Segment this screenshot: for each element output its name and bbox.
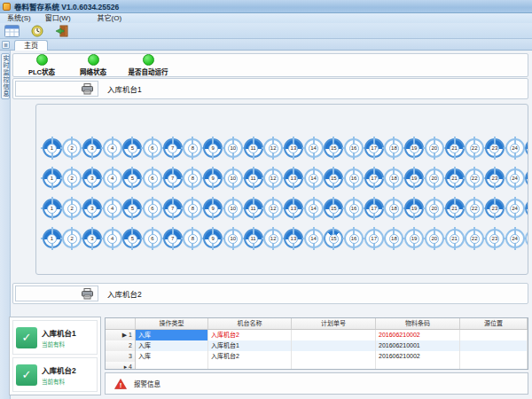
column-header[interactable]: 物料条码 xyxy=(376,318,460,329)
slot-indicator: 8 xyxy=(183,168,202,188)
status-panel: PLC状态 网络状态 是否自动运行 xyxy=(12,53,528,77)
slot-indicator: 25 xyxy=(525,229,528,248)
row-header: ▸ 4 xyxy=(106,362,136,370)
column-header[interactable]: 操作类型 xyxy=(136,318,208,329)
task-table[interactable]: 操作类型机台名称计划单号物料条码源位置▶ 1入库入库机台220160621000… xyxy=(105,317,528,370)
table-cell[interactable] xyxy=(460,362,528,370)
calendar-icon[interactable] xyxy=(4,24,20,38)
slot-indicator: 10 xyxy=(223,229,243,248)
slot-indicator: 10 xyxy=(223,168,243,188)
table-cell[interactable] xyxy=(292,362,376,370)
table-cell[interactable] xyxy=(292,330,376,340)
slot-indicator: 12 xyxy=(263,199,283,218)
table-cell[interactable]: 入库机台2 xyxy=(208,351,292,362)
menu-item-window[interactable]: 窗口(W) xyxy=(38,13,78,23)
column-header[interactable]: 源位置 xyxy=(460,318,528,329)
slot-indicator: 6 xyxy=(143,199,162,218)
side-dock-tab[interactable]: 实时监控信息 xyxy=(1,53,10,99)
machine1-print-toolbar xyxy=(15,81,98,97)
table-cell[interactable]: 入库机台2 xyxy=(208,330,292,340)
column-header[interactable]: 机台名称 xyxy=(208,318,292,329)
slot-indicator: 15 xyxy=(324,138,343,158)
slot-indicator: 6 xyxy=(143,168,162,188)
slot-indicator: 2 xyxy=(62,168,82,188)
warning-icon: ! xyxy=(114,379,127,389)
clock-icon[interactable] xyxy=(28,24,45,38)
table-cell[interactable]: 入库 xyxy=(136,330,208,340)
slot-indicator: 17 xyxy=(364,229,384,248)
slot-indicator: 2 xyxy=(62,199,82,218)
slot-indicator: 16 xyxy=(344,199,364,218)
table-cell[interactable]: 201606210001 xyxy=(376,340,460,351)
slot-indicator: 14 xyxy=(304,199,324,218)
slot-indicator: 7 xyxy=(163,229,183,248)
slot-indicator: 9 xyxy=(203,168,223,188)
slot-indicator: 8 xyxy=(183,229,202,248)
tab-strip: ≣ 主页 xyxy=(0,39,532,51)
machine1-status-card: ✓ 入库机台1 当前有料 xyxy=(12,320,98,355)
slot-indicator: 4 xyxy=(103,138,122,158)
slot-indicator: 8 xyxy=(183,199,202,218)
slot-indicator: 20 xyxy=(425,229,444,248)
table-cell[interactable] xyxy=(460,340,528,351)
slot-indicator: 5 xyxy=(122,229,142,248)
slot-indicator: 18 xyxy=(384,138,403,158)
slot-indicator: 11 xyxy=(244,229,263,248)
tab-home[interactable]: 主页 xyxy=(14,40,48,51)
slot-indicator: 14 xyxy=(304,168,324,188)
slot-indicator: 20 xyxy=(425,199,444,218)
machine2-label: 入库机台2 xyxy=(107,288,142,299)
slot-indicator: 9 xyxy=(203,138,223,158)
table-cell[interactable]: 201606210002 xyxy=(376,330,460,340)
printer-icon[interactable] xyxy=(79,82,95,96)
slot-indicator: 4 xyxy=(103,199,122,218)
slot-indicator: 19 xyxy=(404,229,424,248)
table-cell[interactable] xyxy=(136,362,208,370)
slot-indicator: 10 xyxy=(223,199,243,218)
slot-indicator: 17 xyxy=(364,138,384,158)
slot-indicator: 6 xyxy=(143,229,162,248)
table-cell[interactable] xyxy=(292,340,376,351)
table-cell[interactable]: 入库 xyxy=(136,351,208,362)
table-row[interactable]: 2入库入库机台1201606210001 xyxy=(106,340,528,351)
slot-indicator: 2 xyxy=(62,229,82,248)
slot-indicator: 25 xyxy=(525,168,528,188)
table-cell[interactable] xyxy=(460,351,528,362)
machine1-label: 入库机台1 xyxy=(107,83,142,94)
table-cell[interactable] xyxy=(376,362,460,370)
table-cell[interactable]: 入库机台1 xyxy=(208,340,292,351)
machine1-grid: 1234567891011121314151617181920212223242… xyxy=(35,104,528,275)
slot-indicator: 23 xyxy=(485,229,505,248)
menu-item-other[interactable]: 其它(O) xyxy=(90,13,129,23)
machine-status-cards: ✓ 入库机台1 当前有料 ✓ 入库机台2 当前有料 xyxy=(9,317,101,395)
slot-indicator: 22 xyxy=(465,199,484,218)
slot-indicator: 5 xyxy=(122,168,142,188)
row-header: ▶ 1 xyxy=(106,330,136,340)
slot-indicator: 13 xyxy=(284,168,303,188)
table-cell[interactable] xyxy=(208,362,292,370)
slot-indicator: 15 xyxy=(324,168,343,188)
title-bar[interactable]: 卷料暂存系统 V1.0.6034.25526 xyxy=(0,0,532,13)
row-header: 2 xyxy=(106,340,136,351)
printer-icon[interactable] xyxy=(79,287,95,301)
column-header[interactable]: 计划单号 xyxy=(292,318,376,329)
slot-indicator: 1 xyxy=(43,229,62,248)
slot-indicator: 3 xyxy=(82,199,102,218)
table-row[interactable]: ▸ 4 xyxy=(106,362,528,370)
menu-item-system[interactable]: 系统(S) xyxy=(0,13,38,23)
exit-icon[interactable] xyxy=(53,24,70,38)
slot-indicator: 24 xyxy=(505,199,525,218)
table-cell[interactable]: 入库 xyxy=(136,340,208,351)
table-cell[interactable] xyxy=(292,351,376,362)
table-row[interactable]: 3入库入库机台2201606210002 xyxy=(106,351,528,362)
tab-list-icon[interactable]: ≣ xyxy=(2,41,10,49)
slot-indicator: 13 xyxy=(284,199,303,218)
table-cell[interactable]: 201606210002 xyxy=(376,351,460,362)
slot-indicator: 25 xyxy=(525,199,528,218)
table-row[interactable]: ▶ 1入库入库机台2201606210002 xyxy=(106,330,528,340)
alarm-label: 报警信息 xyxy=(134,379,160,388)
slot-indicator: 19 xyxy=(404,199,424,218)
table-cell[interactable] xyxy=(460,330,528,340)
slot-indicator: 15 xyxy=(324,229,343,248)
slot-indicator: 20 xyxy=(425,138,444,158)
